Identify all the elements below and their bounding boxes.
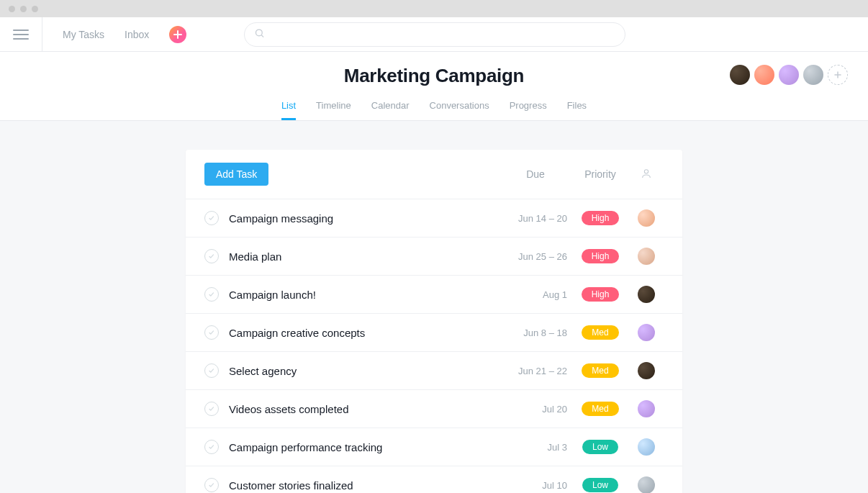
task-title: Campaign launch! — [229, 289, 499, 301]
traffic-light-close[interactable] — [9, 6, 15, 12]
task-due-date: Jun 8 – 18 — [499, 327, 571, 338]
member-avatar[interactable] — [779, 65, 799, 85]
add-task-button[interactable]: Add Task — [204, 163, 268, 186]
svg-line-1 — [262, 35, 264, 37]
task-row[interactable]: Media planJun 25 – 26High — [186, 237, 682, 275]
task-priority: Low — [571, 478, 629, 492]
add-member-button[interactable] — [828, 65, 848, 85]
task-assignee[interactable] — [629, 324, 664, 341]
complete-task-checkbox[interactable] — [204, 211, 219, 225]
project-header: Marketing Campaign ListTimelineCalendarC… — [0, 52, 868, 121]
priority-pill: Low — [582, 440, 618, 454]
check-icon — [208, 481, 215, 489]
task-assignee[interactable] — [629, 438, 664, 456]
card-header: Add Task Due Priority — [186, 150, 682, 199]
content-area: Add Task Due Priority Campaign messaging… — [0, 121, 868, 493]
assignee-avatar — [638, 362, 655, 379]
priority-pill: Low — [582, 478, 618, 492]
task-row[interactable]: Campaign creative conceptsJun 8 – 18Med — [186, 313, 682, 351]
project-members — [730, 65, 848, 85]
task-priority: Med — [571, 363, 629, 378]
traffic-light-zoom[interactable] — [32, 6, 38, 12]
check-icon — [208, 367, 215, 374]
task-row[interactable]: Videos assets completedJul 20Med — [186, 389, 682, 428]
plus-icon — [833, 71, 842, 79]
search-input[interactable] — [244, 22, 625, 47]
person-icon — [641, 168, 652, 179]
task-title: Videos assets completed — [229, 403, 499, 415]
task-assignee[interactable] — [629, 362, 664, 379]
priority-pill: High — [582, 249, 620, 263]
complete-task-checkbox[interactable] — [204, 249, 219, 263]
task-due-date: Jun 25 – 26 — [499, 251, 571, 262]
check-icon — [208, 253, 215, 260]
complete-task-checkbox[interactable] — [204, 325, 219, 340]
tab-timeline[interactable]: Timeline — [316, 100, 351, 120]
task-title: Media plan — [229, 250, 499, 263]
priority-pill: Med — [582, 402, 618, 416]
complete-task-checkbox[interactable] — [204, 440, 219, 454]
task-title: Select agency — [229, 365, 499, 377]
task-due-date: Aug 1 — [499, 289, 571, 300]
priority-pill: High — [582, 211, 620, 225]
task-assignee[interactable] — [629, 286, 664, 303]
priority-pill: High — [582, 287, 620, 302]
project-tabs: ListTimelineCalendarConversationsProgres… — [0, 100, 868, 120]
tab-calendar[interactable]: Calendar — [371, 100, 410, 120]
check-icon — [208, 329, 215, 336]
task-title: Campaign messaging — [229, 212, 499, 225]
member-avatar[interactable] — [754, 65, 774, 85]
menu-icon[interactable] — [13, 27, 29, 42]
complete-task-checkbox[interactable] — [204, 478, 219, 492]
search-icon — [254, 27, 265, 41]
topbar: My Tasks Inbox — [0, 17, 868, 52]
task-priority: Low — [571, 440, 629, 454]
task-row[interactable]: Customer stories finalizedJul 10Low — [186, 466, 682, 493]
task-title: Campaign performance tracking — [229, 441, 499, 453]
task-row[interactable]: Campaign messagingJun 14 – 20High — [186, 199, 682, 237]
assignee-avatar — [638, 476, 655, 493]
task-assignee[interactable] — [629, 209, 664, 227]
assignee-avatar — [638, 248, 655, 265]
complete-task-checkbox[interactable] — [204, 402, 219, 416]
tab-files[interactable]: Files — [567, 100, 587, 120]
quick-add-button[interactable] — [169, 26, 186, 43]
task-due-date: Jul 3 — [499, 442, 571, 453]
column-header-priority: Priority — [571, 168, 629, 180]
nav-my-tasks[interactable]: My Tasks — [63, 29, 104, 40]
task-assignee[interactable] — [629, 248, 664, 265]
member-avatar[interactable] — [803, 65, 823, 85]
task-row[interactable]: Select agencyJun 21 – 22Med — [186, 351, 682, 389]
plus-icon — [173, 30, 182, 39]
priority-pill: Med — [582, 325, 618, 340]
complete-task-checkbox[interactable] — [204, 363, 219, 378]
traffic-light-minimize[interactable] — [20, 6, 27, 12]
task-row[interactable]: Campaign launch!Aug 1High — [186, 275, 682, 313]
assignee-avatar — [638, 209, 655, 227]
task-row[interactable]: Campaign performance trackingJul 3Low — [186, 428, 682, 466]
check-icon — [208, 291, 215, 298]
task-title: Campaign creative concepts — [229, 327, 499, 339]
window-chrome — [0, 0, 868, 17]
column-header-due: Due — [499, 168, 571, 180]
tab-conversations[interactable]: Conversations — [430, 100, 489, 120]
complete-task-checkbox[interactable] — [204, 287, 219, 302]
divider — [42, 17, 42, 52]
task-assignee[interactable] — [629, 400, 664, 417]
assignee-avatar — [638, 324, 655, 341]
assignee-avatar — [638, 438, 655, 456]
assignee-avatar — [638, 286, 655, 303]
task-priority: High — [571, 249, 629, 263]
check-icon — [208, 214, 215, 222]
task-assignee[interactable] — [629, 476, 664, 493]
nav-inbox[interactable]: Inbox — [125, 29, 149, 40]
task-list-card: Add Task Due Priority Campaign messaging… — [186, 150, 682, 493]
check-icon — [208, 443, 215, 451]
assignee-avatar — [638, 400, 655, 417]
member-avatar[interactable] — [730, 65, 750, 85]
tab-list[interactable]: List — [281, 100, 296, 120]
svg-point-0 — [256, 30, 263, 36]
svg-point-2 — [644, 169, 648, 173]
priority-pill: Med — [582, 363, 618, 378]
tab-progress[interactable]: Progress — [510, 100, 547, 120]
